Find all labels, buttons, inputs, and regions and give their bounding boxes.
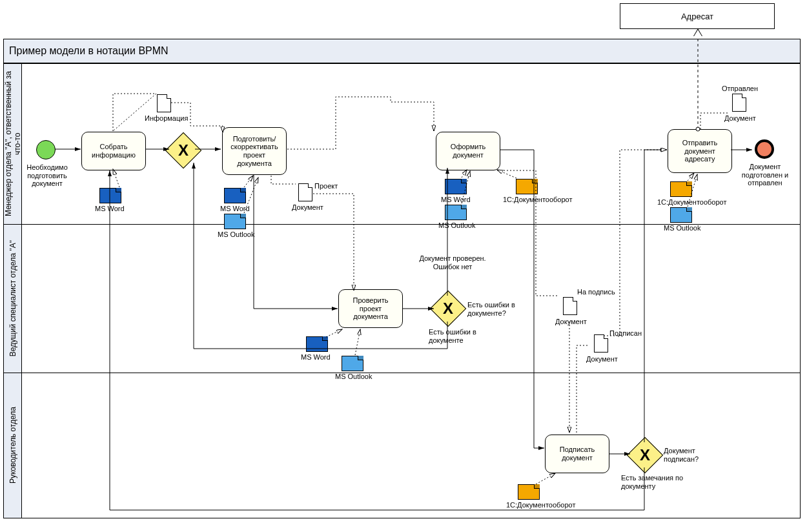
1c-icon (670, 181, 692, 197)
word-icon (306, 336, 328, 352)
task-prepare: Подготовить/ скоррективать проект докуме… (222, 127, 287, 175)
external-participant: Адресат (620, 3, 775, 29)
word-icon (224, 188, 246, 203)
word-label2: MS Word (220, 205, 250, 213)
lane-specialist: Ведущий специалист отдела "А" Проверить … (3, 225, 801, 373)
task-collect: Собрать информацию (81, 132, 146, 170)
gateway-merge-1: X (165, 132, 202, 169)
task-send: Отправить документ адресату (668, 129, 732, 173)
document-icon (594, 334, 608, 353)
gateway-errors-yes: Есть ошибки в документе (429, 328, 487, 344)
doc-tosign-label: На подпись (577, 288, 615, 296)
doc-project-label: Проект (314, 182, 338, 190)
doc-info-label: Информация (145, 114, 188, 123)
document-icon (157, 94, 171, 112)
lane-label: Ведущий специалист отдела "А" (4, 225, 22, 373)
1c-label3: 1С:Документооборот (506, 501, 575, 509)
document-icon (563, 297, 577, 315)
doc-signed-label: Подписан (609, 329, 642, 338)
doc-document-label4: Документ (586, 355, 618, 363)
end-event-label: Документ подготовлен и отправлен (739, 163, 792, 187)
gateway-errors-label: Есть ошибки в документе? (467, 301, 526, 317)
outlook-icon (342, 356, 363, 371)
1c-icon (518, 484, 540, 500)
task-format: Оформить документ (436, 132, 500, 170)
word-icon (445, 179, 467, 194)
gateway-signed-yes: Есть замечания по документу (621, 474, 686, 490)
outlook-icon (445, 205, 467, 220)
document-icon (732, 94, 746, 112)
gateway-signed-label: Документ подписан? (664, 447, 709, 463)
word-label: MS Word (95, 205, 125, 213)
lane-director: Руководитель отдела Подписать документ X… (3, 373, 801, 518)
lane-content: Проверить проект документа X Есть ошибки… (22, 225, 800, 373)
gateway-signed: X (627, 437, 664, 474)
word-icon (99, 188, 121, 203)
lane-manager: Менеджер отдела "А", ответственный за чт… (3, 63, 801, 225)
doc-sent-label: Отправлен (722, 85, 758, 93)
lane-label: Менеджер отдела "А", ответственный за чт… (4, 64, 22, 224)
pool-title: Пример модели в нотации BPMN (3, 39, 801, 63)
gateway-errors: X (430, 291, 467, 327)
task-sign: Подписать документ (545, 435, 609, 473)
outlook-icon (670, 207, 692, 223)
1c-label: 1С:Документооборот (503, 196, 572, 204)
word-label4: MS Word (301, 353, 331, 362)
1c-label2: 1С:Документооборот (657, 198, 726, 207)
doc-document-label: Документ (292, 203, 323, 212)
lane-content: Подписать документ X Документ подписан? … (22, 373, 800, 518)
message-arrow (694, 30, 702, 36)
start-event-label: Необходимо подготовить документ (22, 163, 72, 188)
bpmn-diagram: Адресат Пример модели в нотации BPMN Мен… (0, 0, 807, 532)
lane-label: Руководитель отдела (4, 373, 22, 518)
document-icon (298, 183, 312, 201)
end-event (755, 139, 774, 159)
doc-document-label2: Документ (724, 114, 756, 123)
task-check: Проверить проект документа (338, 289, 403, 328)
doc-document-label3: Документ (555, 318, 587, 326)
1c-icon (516, 179, 538, 194)
gateway-errors-no: Документ проверен. Ошибок нет (417, 254, 488, 271)
pool-title-text: Пример модели в нотации BPMN (9, 45, 169, 57)
word-label3: MS Word (441, 196, 471, 204)
start-event (36, 140, 56, 159)
lane-content: Необходимо подготовить документ Собрать … (22, 64, 800, 224)
external-label: Адресат (681, 12, 713, 21)
